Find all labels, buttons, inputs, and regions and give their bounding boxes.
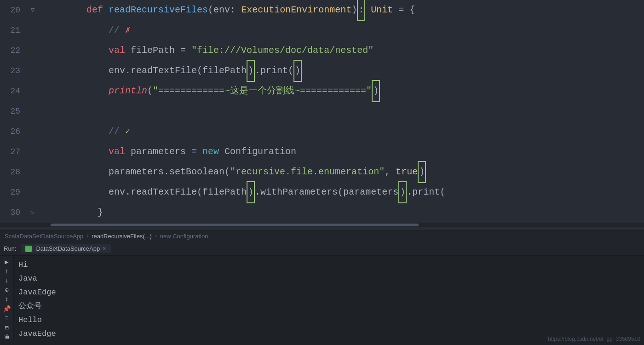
run-delete-button[interactable]: 🗑 xyxy=(2,334,12,339)
watermark: https://blog.csdn.net/et_gg_33589510 xyxy=(548,335,640,343)
output-line-2: Java xyxy=(18,272,639,286)
run-down-button[interactable]: ↓ xyxy=(2,277,12,284)
run-header: Run: DataSetDataSourceApp ✕ xyxy=(0,242,644,256)
run-body: ▶ ↑ ↓ ⊙ ↕ 📌 ≡ ⊟ 🗑 ↗ Hi Java JavaEdge 公众号… xyxy=(0,256,644,339)
run-camera-button[interactable]: ⊙ xyxy=(2,286,12,294)
tab-icon xyxy=(25,246,32,252)
line-number-21: 21 xyxy=(0,20,28,40)
code-editor: 20 ▽ def readRecursiveFiles(env: Executi… xyxy=(0,0,644,230)
code-lines: 20 ▽ def readRecursiveFiles(env: Executi… xyxy=(0,0,644,223)
breadcrumb-sep-2: › xyxy=(154,233,158,240)
run-pin-button[interactable]: 📌 xyxy=(2,305,12,313)
line-number-26: 26 xyxy=(0,121,28,142)
output-line-4: 公众号 xyxy=(18,299,639,313)
run-stop-button[interactable]: ⊟ xyxy=(2,324,12,332)
run-output: Hi Java JavaEdge 公众号 Hello JavaEdge xyxy=(14,256,644,339)
run-play-button[interactable]: ▶ xyxy=(2,258,12,266)
line-number-25: 25 xyxy=(0,101,28,121)
breadcrumb-sep-1: › xyxy=(86,233,89,240)
fold-arrow-20[interactable]: ▽ xyxy=(28,0,38,20)
run-expand-button[interactable]: ↕ xyxy=(2,296,12,303)
line-number-24: 24 xyxy=(0,81,28,101)
output-line-1: Hi xyxy=(18,258,639,272)
tab-label: DataSetDataSourceApp xyxy=(36,245,100,252)
run-tab[interactable]: DataSetDataSourceApp ✕ xyxy=(21,244,111,253)
run-toolbar: ▶ ↑ ↓ ⊙ ↕ 📌 ≡ ⊟ 🗑 ↗ xyxy=(0,256,14,339)
breadcrumb-item-1: ScalaDataSetDataSourceApp xyxy=(5,233,83,240)
fold-arrow-30[interactable]: ▷ xyxy=(28,202,38,223)
line-number-29: 29 xyxy=(0,182,28,202)
scrollbar-thumb[interactable] xyxy=(51,224,419,226)
breadcrumb: ScalaDataSetDataSourceApp › readRecursiv… xyxy=(0,230,644,242)
line-number-20: 20 xyxy=(0,0,28,20)
breadcrumb-item-2: readRecursiveFiles(...) xyxy=(92,233,152,240)
output-line-5: Hello xyxy=(18,313,639,327)
line-number-27: 27 xyxy=(0,142,28,162)
horizontal-scrollbar[interactable] xyxy=(0,223,644,227)
line-number-22: 22 xyxy=(0,40,28,61)
string-divider: "============~这是一个分割线~============" xyxy=(153,86,372,96)
println-fn: println xyxy=(109,86,147,96)
run-up-button[interactable]: ↑ xyxy=(2,268,12,275)
code-line-30: 30 ▷ } xyxy=(0,202,644,223)
run-label: Run: xyxy=(4,245,16,252)
line-number-30: 30 xyxy=(0,202,28,223)
green-box-3: ) xyxy=(372,80,380,102)
line-number-23: 23 xyxy=(0,61,28,81)
output-line-6: JavaEdge xyxy=(18,327,639,339)
run-panel: Run: DataSetDataSourceApp ✕ ▶ ↑ ↓ ⊙ ↕ 📌 … xyxy=(0,242,644,339)
tab-close-icon[interactable]: ✕ xyxy=(102,246,106,252)
output-line-3: JavaEdge xyxy=(18,286,639,299)
line-number-28: 28 xyxy=(0,162,28,182)
run-menu-button[interactable]: ≡ xyxy=(2,315,12,322)
breadcrumb-item-3: new Configuration xyxy=(160,233,208,240)
code-line-24: 24 println("============~这是一个分割线~=======… xyxy=(0,81,644,101)
